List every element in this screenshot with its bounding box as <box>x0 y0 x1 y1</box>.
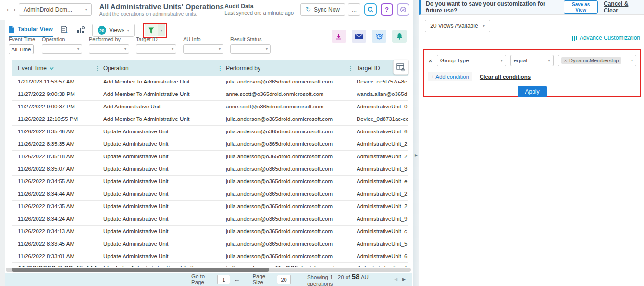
column-menu-icon[interactable]: ⋮ <box>95 65 100 72</box>
top-header: ‹ › AdminDroid Dem... ▾ All Administrati… <box>0 0 413 19</box>
column-header-operation[interactable]: Operation <box>103 65 129 72</box>
column-header-performed-by[interactable]: Performed by <box>226 65 260 72</box>
filter-select[interactable]: ▾ <box>183 44 223 54</box>
ellipsis-icon: ... <box>352 6 357 13</box>
add-condition-button[interactable]: + Add condition <box>428 72 472 81</box>
nav-forward-icon[interactable]: › <box>13 6 15 13</box>
cell-operation: Update Administrative Unit <box>103 203 221 209</box>
showing-summary: Showing 1 - 20 of 58 AU operations <box>307 273 383 286</box>
next-page-icon[interactable]: ▶ <box>402 277 406 282</box>
condition-operator-select[interactable]: equal ▾ <box>510 55 554 66</box>
bar-chart-icon <box>76 26 85 34</box>
condition-field-select[interactable]: Group Type ▾ <box>437 55 506 66</box>
tenant-dropdown[interactable]: AdminDroid Dem... ▾ <box>19 3 92 16</box>
table-row[interactable]: 11/26/2022 8:34:24 AM Update Administrat… <box>12 213 408 226</box>
table-row[interactable]: 11/27/2022 9:00:38 PM Add Member To Admi… <box>12 88 408 101</box>
prev-page-icon[interactable]: ◀ <box>394 277 397 282</box>
nav-back-icon[interactable]: ‹ <box>7 6 9 13</box>
cancel-clear-link[interactable]: Cancel & Clear <box>604 0 639 14</box>
cell-event-time: 11/26/2022 8:34:44 AM <box>18 191 97 197</box>
table-row-partial[interactable]: 11/26/2022 8:32:45 AM Update Administrat… <box>12 263 408 267</box>
table-row[interactable]: 11/27/2022 9:00:37 PM Add Administrative… <box>12 101 408 113</box>
check-circle-icon <box>400 6 407 13</box>
column-header-event-time[interactable]: Event Time <box>18 65 54 72</box>
table-row[interactable]: 11/26/2022 8:35:35 AM Update Administrat… <box>12 138 408 151</box>
chip-remove-icon[interactable]: × <box>564 58 567 63</box>
export-download-button[interactable] <box>332 30 346 43</box>
search-button[interactable] <box>364 3 377 16</box>
save-customization-bar: Do you want to save your customization f… <box>419 0 644 15</box>
views-available-dropdown[interactable]: 20 Views Available ▾ <box>425 20 490 32</box>
filter-select[interactable]: ▾ <box>230 44 271 54</box>
cell-event-time: 11/26/2022 8:34:35 AM <box>18 203 97 209</box>
help-button[interactable]: ? <box>381 3 393 16</box>
sync-now-label: Sync Now <box>314 6 340 13</box>
cell-event-time: 11/26/2022 12:10:55 PM <box>18 116 97 122</box>
collapse-panel-icon[interactable]: ▶ <box>414 151 419 159</box>
table-row[interactable]: 11/26/2022 12:10:55 PM Add Member To Adm… <box>12 113 408 126</box>
column-label: Operation <box>103 65 129 72</box>
advance-customization-link[interactable]: Advance Customization <box>572 35 640 41</box>
cell-performed-by: julia.anderson@o365droid.onmicrosoft.com <box>226 265 352 267</box>
chip-label: DynamicMembership <box>569 58 619 63</box>
cell-operation: Update Administrative Unit <box>103 141 221 147</box>
scrollbar-thumb[interactable] <box>12 268 269 272</box>
table-row[interactable]: 11/26/2022 8:33:01 AM Update Administrat… <box>12 250 408 263</box>
page-size-input[interactable]: 20 <box>277 275 291 284</box>
filter-select[interactable]: ▾ <box>136 44 176 54</box>
column-header-target-id[interactable]: Target ID <box>357 65 380 72</box>
chevron-down-icon: ▾ <box>219 47 221 51</box>
filter-select[interactable]: ▾ <box>89 44 129 54</box>
column-menu-icon[interactable]: ⋮ <box>348 65 354 72</box>
page-title: All Administrative Units' Operations <box>99 2 224 11</box>
save-as-view-button[interactable]: Save as View <box>564 0 598 14</box>
table-row[interactable]: 11/26/2022 8:35:18 AM Update Administrat… <box>12 151 408 163</box>
apply-button[interactable]: Apply <box>518 86 546 97</box>
more-options-button[interactable]: ... <box>348 3 360 16</box>
tasks-button[interactable] <box>397 3 409 16</box>
filter-dropdown-button[interactable]: ▾ <box>158 24 165 36</box>
condition-value-select[interactable]: × DynamicMembership ▾ <box>558 55 636 66</box>
event-time-value: All Time <box>12 47 31 52</box>
filter-select[interactable]: ▾ <box>42 44 82 54</box>
total-count: 58 <box>352 273 360 281</box>
collapsed-sidebar[interactable] <box>0 20 5 286</box>
remove-condition-icon[interactable]: × <box>428 57 433 64</box>
panel-splitter[interactable]: ▶ <box>413 0 419 286</box>
export-view-button[interactable] <box>61 26 69 36</box>
cell-event-time: 1/21/2023 11:53:57 AM <box>18 79 97 84</box>
customization-panel: Do you want to save your customization f… <box>419 0 644 286</box>
filter-button[interactable] <box>145 24 158 36</box>
table-row[interactable]: 11/26/2022 8:34:55 AM Update Administrat… <box>12 176 408 188</box>
column-settings-button[interactable] <box>393 60 409 75</box>
sync-now-button[interactable]: ↻ Sync Now <box>300 3 345 16</box>
clear-all-conditions-link[interactable]: Clear all conditions <box>480 74 531 80</box>
filter-highlight-box: ▾ <box>143 23 167 38</box>
bell-icon <box>396 33 403 40</box>
views-dropdown-button[interactable]: 20 Views ▾ <box>92 24 135 37</box>
table-row[interactable]: 11/26/2022 8:33:45 AM Update Administrat… <box>12 238 408 250</box>
schedule-alert-button[interactable] <box>372 30 386 43</box>
table-row[interactable]: 1/21/2023 11:53:57 AM Add Member To Admi… <box>12 76 408 88</box>
table-row[interactable]: 11/26/2022 8:34:35 AM Update Administrat… <box>12 201 408 213</box>
column-menu-icon[interactable]: ⋮ <box>217 65 223 72</box>
notification-button[interactable] <box>392 30 407 43</box>
cell-performed-by: julia.anderson@o365droid.onmicrosoft.com <box>226 228 352 234</box>
go-arrow-icon[interactable]: ← <box>234 276 240 283</box>
table-row[interactable]: 11/26/2022 8:35:07 AM Update Administrat… <box>12 163 408 176</box>
chevron-down-icon: ▾ <box>161 28 162 33</box>
table-row[interactable]: 11/26/2022 8:34:13 AM Update Administrat… <box>12 226 408 238</box>
cell-operation: Update Administrative Unit <box>103 216 221 222</box>
horizontal-scrollbar[interactable] <box>6 268 411 272</box>
table-row[interactable]: 11/26/2022 8:35:46 AM Update Administrat… <box>12 126 408 138</box>
table-row[interactable]: 11/26/2022 8:34:44 AM Update Administrat… <box>12 188 408 201</box>
advance-customization-label: Advance Customization <box>580 35 640 41</box>
goto-page-input[interactable]: 1 <box>217 275 231 284</box>
tab-tabular-view[interactable]: Tabular View <box>9 26 53 37</box>
chart-view-button[interactable] <box>76 26 85 36</box>
email-report-button[interactable] <box>352 30 366 43</box>
views-count-badge: 20 <box>98 26 106 35</box>
report-pane: ‹ › AdminDroid Dem... ▾ All Administrati… <box>0 0 413 286</box>
condition-row: × Group Type ▾ equal ▾ × DynamicMembersh… <box>428 55 636 66</box>
event-time-filter-button[interactable]: All Time <box>9 44 34 54</box>
